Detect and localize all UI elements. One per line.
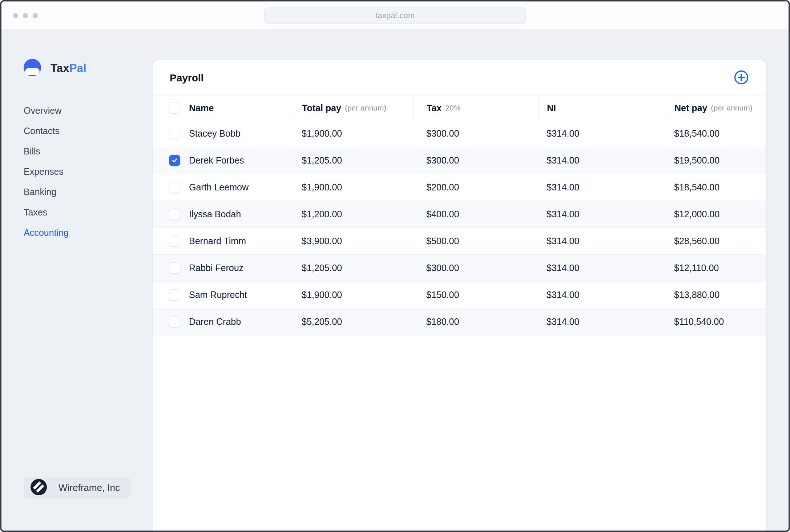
column-header-total-pay: Total pay(per annum) (290, 96, 413, 120)
row-checkbox[interactable] (169, 182, 180, 193)
column-header-ni: NI (539, 96, 664, 120)
ni-value: $314.00 (539, 147, 664, 174)
row-checkbox[interactable] (169, 155, 180, 166)
sidebar: TaxPal OverviewContactsBillsExpensesBank… (24, 30, 153, 531)
row-checkbox[interactable] (169, 316, 180, 327)
employee-name: Derek Forbes (189, 155, 244, 166)
total-pay-value: $1,900.00 (290, 174, 413, 201)
tax-value: $150.00 (413, 282, 539, 308)
row-checkbox[interactable] (169, 235, 180, 247)
window-controls (13, 13, 38, 18)
address-bar[interactable]: taxpal.com (264, 7, 526, 24)
net-pay-value: $18,540.00 (664, 174, 766, 201)
table-row: Stacey Bobb$1,900.00$300.00$314.00$18,54… (153, 120, 766, 147)
payroll-header: Payroll (153, 60, 766, 96)
net-pay-value: $19,500.00 (664, 147, 766, 174)
payroll-card: Payroll Name Tot (153, 60, 766, 531)
net-pay-value: $12,000.00 (664, 201, 766, 227)
sidebar-item-overview[interactable]: Overview (24, 100, 153, 121)
column-header-net-pay: Net pay(per annum) (664, 96, 766, 120)
ni-value: $314.00 (539, 255, 664, 281)
ni-value: $314.00 (539, 228, 664, 254)
ni-value: $314.00 (539, 282, 664, 308)
table-row: Garth Leemow$1,900.00$200.00$314.00$18,5… (153, 174, 766, 201)
ni-value: $314.00 (539, 174, 664, 201)
sidebar-item-contacts[interactable]: Contacts (24, 121, 153, 141)
company-name: Wireframe, Inc (59, 482, 120, 493)
page-body: TaxPal OverviewContactsBillsExpensesBank… (1, 30, 789, 531)
row-checkbox[interactable] (169, 262, 180, 274)
table-row: Rabbi Ferouz$1,205.00$300.00$314.00$12,1… (153, 255, 766, 282)
column-header-tax: Tax20% (413, 96, 539, 120)
tax-value: $500.00 (413, 228, 539, 254)
tax-value: $200.00 (413, 174, 539, 201)
total-pay-value: $1,205.00 (290, 255, 413, 281)
net-pay-value: $18,540.00 (664, 120, 766, 147)
net-pay-value: $110,540.00 (664, 309, 766, 335)
taxpal-logo-icon (24, 59, 41, 78)
net-pay-value: $28,560.00 (664, 228, 766, 254)
total-pay-value: $5,205.00 (290, 309, 413, 335)
tax-value: $300.00 (413, 120, 539, 147)
ni-value: $314.00 (539, 309, 664, 335)
employee-name: Bernard Timm (189, 236, 246, 246)
browser-chrome: taxpal.com (1, 1, 789, 30)
net-pay-value: $13,880.00 (664, 282, 766, 308)
table-header: Name Total pay(per annum) Tax20% NI Net … (153, 96, 766, 120)
tax-value: $400.00 (413, 201, 539, 227)
window-dot-icon[interactable] (13, 13, 18, 18)
tax-value: $300.00 (413, 147, 539, 174)
table-row: Ilyssa Bodah$1,200.00$400.00$314.00$12,0… (153, 201, 766, 228)
employee-name: Sam Ruprecht (189, 290, 247, 300)
company-switcher[interactable]: Wireframe, Inc (24, 477, 131, 499)
employee-name: Rabbi Ferouz (189, 263, 243, 273)
tax-value: $180.00 (413, 309, 539, 335)
employee-name: Ilyssa Bodah (189, 209, 241, 219)
employee-name: Daren Crabb (189, 317, 241, 327)
brand-logo[interactable]: TaxPal (24, 59, 153, 78)
select-all-checkbox[interactable] (169, 102, 180, 114)
sidebar-nav: OverviewContactsBillsExpensesBankingTaxe… (24, 100, 153, 243)
sidebar-item-bills[interactable]: Bills (24, 141, 153, 161)
total-pay-value: $1,900.00 (290, 282, 413, 308)
employee-name: Garth Leemow (189, 182, 249, 193)
app-window: taxpal.com TaxPal OverviewContactsBillsE… (0, 0, 790, 532)
add-employee-button[interactable] (734, 70, 749, 86)
row-checkbox[interactable] (169, 128, 180, 139)
sidebar-item-banking[interactable]: Banking (24, 182, 153, 202)
row-checkbox[interactable] (169, 209, 180, 220)
table-row: Daren Crabb$5,205.00$180.00$314.00$110,5… (153, 309, 766, 335)
page-title: Payroll (170, 72, 203, 84)
sidebar-item-expenses[interactable]: Expenses (24, 161, 153, 182)
ni-value: $314.00 (539, 201, 664, 227)
total-pay-value: $1,900.00 (290, 120, 413, 147)
address-bar-url: taxpal.com (375, 11, 415, 20)
window-dot-icon[interactable] (33, 13, 38, 18)
total-pay-value: $1,200.00 (290, 201, 413, 227)
total-pay-value: $3,900.00 (290, 228, 413, 254)
table-row: Sam Ruprecht$1,900.00$150.00$314.00$13,8… (153, 282, 766, 309)
wireframe-logo-icon (31, 479, 47, 497)
sidebar-item-accounting[interactable]: Accounting (24, 222, 153, 243)
payroll-table-body: Stacey Bobb$1,900.00$300.00$314.00$18,54… (153, 120, 766, 335)
column-header-name: Name (189, 103, 214, 113)
employee-name: Stacey Bobb (189, 128, 241, 139)
tax-value: $300.00 (413, 255, 539, 281)
table-row: Bernard Timm$3,900.00$500.00$314.00$28,5… (153, 228, 766, 255)
window-dot-icon[interactable] (23, 13, 28, 18)
table-row: Derek Forbes$1,205.00$300.00$314.00$19,5… (153, 147, 766, 174)
ni-value: $314.00 (539, 120, 664, 147)
net-pay-value: $12,110.00 (664, 255, 766, 281)
row-checkbox[interactable] (169, 289, 180, 301)
brand-name: TaxPal (51, 62, 86, 75)
plus-circle-icon (734, 70, 749, 86)
sidebar-item-taxes[interactable]: Taxes (24, 202, 153, 222)
total-pay-value: $1,205.00 (290, 147, 413, 174)
